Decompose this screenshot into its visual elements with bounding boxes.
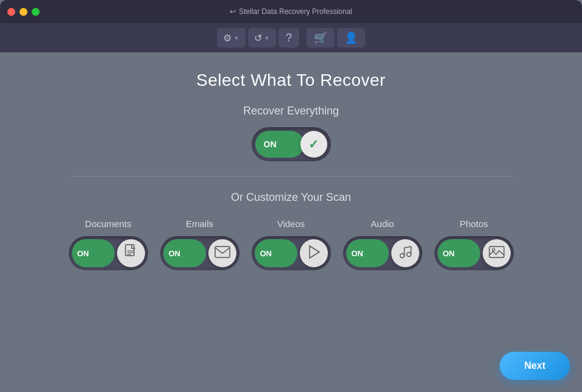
- svg-line-10: [404, 247, 411, 248]
- audio-icon: [397, 244, 413, 263]
- category-item-photos: Photos ON: [435, 219, 514, 270]
- videos-toggle-knob: [300, 239, 328, 267]
- category-item-videos: Videos ON: [252, 219, 331, 270]
- documents-label: Documents: [85, 219, 132, 229]
- toolbar: ⚙ ▼ ↺ ▼ ? 🛒 👤: [0, 23, 582, 52]
- title-bar: ↩ Stellar Data Recovery Professional: [0, 0, 582, 23]
- documents-toggle[interactable]: ON: [69, 236, 148, 270]
- emails-toggle[interactable]: ON: [160, 236, 240, 270]
- video-icon: [307, 245, 321, 262]
- toggle-bg: [255, 131, 304, 158]
- category-grid: Documents ON: [12, 219, 570, 270]
- emails-toggle-on-label: ON: [169, 249, 181, 258]
- history-chevron-icon: ▼: [264, 35, 270, 41]
- svg-marker-5: [310, 246, 319, 258]
- audio-toggle-knob: [391, 239, 419, 267]
- history-button[interactable]: ↺ ▼: [248, 28, 276, 47]
- settings-chevron-icon: ▼: [233, 35, 240, 41]
- help-icon: ?: [286, 32, 292, 44]
- user-button[interactable]: 👤: [337, 28, 365, 47]
- settings-icon: ⚙: [223, 32, 232, 44]
- videos-label: Videos: [277, 219, 305, 229]
- main-content: Select What To Recover Recover Everythin…: [0, 52, 582, 392]
- svg-point-6: [400, 253, 404, 257]
- svg-point-12: [492, 248, 495, 251]
- audio-toggle-on-label: ON: [352, 249, 364, 258]
- documents-toggle-on-label: ON: [77, 249, 90, 258]
- recover-everything-section: Recover Everything ON ✓: [12, 105, 570, 161]
- cart-icon: 🛒: [314, 31, 327, 44]
- history-icon: ↺: [254, 32, 262, 44]
- maximize-button[interactable]: [32, 8, 40, 16]
- category-item-emails: Emails ON: [160, 219, 240, 270]
- page-title: Select What To Recover: [196, 71, 386, 90]
- category-item-documents: Documents ON: [69, 219, 148, 270]
- emails-toggle-knob: [208, 239, 236, 267]
- title-bar-text: ↩ Stellar Data Recovery Professional: [230, 7, 352, 16]
- next-button[interactable]: Next: [500, 352, 570, 380]
- minimize-button[interactable]: [20, 8, 27, 16]
- help-button[interactable]: ?: [279, 28, 299, 47]
- audio-label: Audio: [371, 219, 394, 229]
- documents-toggle-knob: [117, 239, 145, 267]
- recover-everything-label: Recover Everything: [243, 105, 339, 117]
- photo-icon: [489, 245, 505, 262]
- close-button[interactable]: [7, 8, 15, 16]
- recover-everything-toggle[interactable]: ON ✓: [252, 127, 331, 161]
- toggle-knob: ✓: [300, 131, 327, 158]
- email-icon: [215, 246, 230, 261]
- photos-toggle-knob: [483, 239, 511, 267]
- svg-rect-0: [126, 245, 134, 256]
- photos-toggle[interactable]: ON: [435, 236, 514, 270]
- cart-button[interactable]: 🛒: [307, 28, 335, 47]
- customize-label: Or Customize Your Scan: [231, 191, 351, 204]
- document-icon: [124, 244, 138, 263]
- divider: [68, 176, 514, 177]
- svg-rect-11: [489, 247, 504, 257]
- traffic-lights: [7, 8, 40, 16]
- svg-rect-4: [215, 247, 230, 257]
- photos-toggle-on-label: ON: [443, 249, 455, 258]
- checkmark-icon: ✓: [308, 137, 319, 152]
- category-item-audio: Audio ON: [343, 219, 422, 270]
- svg-point-7: [406, 252, 411, 256]
- user-icon: 👤: [344, 31, 358, 44]
- videos-toggle-on-label: ON: [260, 249, 272, 258]
- emails-label: Emails: [186, 219, 213, 229]
- photos-label: Photos: [460, 219, 488, 229]
- settings-button[interactable]: ⚙ ▼: [217, 28, 246, 47]
- toggle-on-label: ON: [264, 139, 277, 149]
- videos-toggle[interactable]: ON: [252, 236, 331, 270]
- back-arrow-icon: ↩: [230, 7, 236, 16]
- app-title: Stellar Data Recovery Professional: [239, 7, 352, 16]
- audio-toggle[interactable]: ON: [343, 236, 422, 270]
